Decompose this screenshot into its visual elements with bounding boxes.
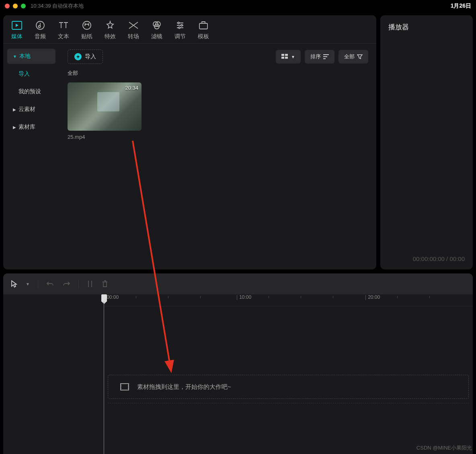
top-tabs: 媒体 音频 文本 贴纸 特效 转场 <box>3 15 376 43</box>
svg-point-4 <box>85 24 86 25</box>
svg-rect-17 <box>323 54 329 55</box>
chevron-down-icon: ▼ <box>13 54 17 59</box>
ruler-tick: 20:00 <box>365 294 380 300</box>
sidebar-label: 我的预设 <box>18 88 41 95</box>
playhead[interactable] <box>104 294 105 454</box>
svg-rect-18 <box>323 56 327 57</box>
view-mode-button[interactable]: ▼ <box>276 50 301 64</box>
tab-label: 贴纸 <box>81 33 92 40</box>
close-window-button[interactable] <box>5 4 10 8</box>
audio-icon <box>35 20 45 31</box>
minimize-window-button[interactable] <box>13 4 18 8</box>
svg-rect-13 <box>281 54 284 56</box>
plus-icon: + <box>74 53 82 60</box>
tab-transition[interactable]: 转场 <box>128 20 139 40</box>
redo-button[interactable] <box>62 281 70 287</box>
svg-rect-19 <box>323 58 326 59</box>
filter-label: 全部 <box>344 53 355 60</box>
film-icon <box>120 383 129 390</box>
media-filename: 25.mp4 <box>68 134 142 140</box>
tab-audio[interactable]: 音频 <box>35 20 46 40</box>
sticker-icon <box>82 20 92 31</box>
tab-label: 音频 <box>35 33 46 40</box>
ruler-tick: 10:00 <box>236 294 251 300</box>
split-button[interactable] <box>87 280 93 288</box>
sidebar-item-cloud[interactable]: ▶ 云素材 <box>7 102 55 117</box>
tab-template[interactable]: 模板 <box>198 20 209 40</box>
tab-media[interactable]: 媒体 <box>11 20 23 40</box>
svg-point-3 <box>83 21 91 29</box>
svg-point-2 <box>39 26 41 28</box>
filter-icon <box>152 20 162 31</box>
svg-point-11 <box>178 27 180 29</box>
tab-label: 媒体 <box>11 33 23 40</box>
title-date: 1月26日 <box>451 2 471 10</box>
media-icon <box>12 20 22 31</box>
title-bar: 10:34:39 自动保存本地 1月26日 <box>0 0 476 12</box>
media-duration: 20:34 <box>125 85 138 91</box>
cursor-tool-dropdown[interactable]: ▼ <box>26 282 30 286</box>
chevron-right-icon: ▶ <box>13 125 16 129</box>
player-panel: 播放器 00:00:00:00 / 00:00 <box>380 15 473 269</box>
undo-button[interactable] <box>46 281 54 287</box>
tab-label: 特效 <box>105 33 116 40</box>
svg-rect-12 <box>199 23 207 29</box>
tab-effect[interactable]: 特效 <box>105 20 116 40</box>
svg-point-9 <box>178 22 179 24</box>
cursor-tool[interactable] <box>10 280 18 288</box>
chevron-right-icon: ▶ <box>13 107 16 112</box>
sidebar-item-local[interactable]: ▼ 本地 <box>7 49 55 64</box>
tab-label: 模板 <box>198 33 209 40</box>
grid-icon <box>281 54 289 60</box>
player-timecode: 00:00:00:00 / 00:00 <box>413 255 465 262</box>
watermark: CSDN @MINE小果阳光 <box>416 444 472 452</box>
maximize-window-button[interactable] <box>21 4 26 8</box>
timeline-drop-zone[interactable]: 素材拖拽到这里，开始你的大作吧~ <box>108 375 469 399</box>
svg-point-10 <box>181 25 183 26</box>
svg-rect-14 <box>285 54 288 56</box>
tab-label: 文本 <box>58 33 69 40</box>
tab-adjust[interactable]: 调节 <box>174 20 186 40</box>
text-icon <box>58 20 69 31</box>
timeline-track-empty <box>108 403 469 423</box>
sort-label: 排序 <box>310 53 321 60</box>
tab-text[interactable]: 文本 <box>58 20 69 40</box>
tab-label: 滤镜 <box>151 33 162 40</box>
svg-rect-15 <box>281 57 284 59</box>
tab-label: 转场 <box>128 33 139 40</box>
media-thumbnail[interactable]: 20:34 <box>68 82 142 131</box>
sidebar-item-preset[interactable]: 我的预设 <box>7 84 55 99</box>
effect-icon <box>105 20 115 31</box>
timeline-ruler[interactable]: 00:00 10:00 20:00 <box>104 294 473 306</box>
media-item[interactable]: 20:34 25.mp4 <box>68 82 142 140</box>
delete-button[interactable] <box>101 280 109 288</box>
tab-label: 调节 <box>174 33 186 40</box>
timeline-toolbar: ▼ <box>3 273 473 294</box>
player-title: 播放器 <box>388 23 465 32</box>
media-panel: 媒体 音频 文本 贴纸 特效 转场 <box>3 15 376 269</box>
import-label: 导入 <box>85 53 96 60</box>
window-controls <box>5 4 26 8</box>
timeline-panel: ▼ 00:00 10:00 20:00 <box>3 273 473 454</box>
drop-hint-text: 素材拖拽到这里，开始你的大作吧~ <box>137 383 231 391</box>
adjust-icon <box>175 20 185 31</box>
svg-point-5 <box>88 24 89 25</box>
media-sidebar: ▼ 本地 导入 我的预设 ▶ 云素材 ▶ 素材库 <box>3 44 60 269</box>
funnel-icon <box>357 54 363 59</box>
playhead-handle[interactable] <box>101 294 107 302</box>
sidebar-label: 云素材 <box>18 106 35 113</box>
chevron-down-icon: ▼ <box>291 55 295 59</box>
sort-button[interactable]: 排序 <box>305 50 334 64</box>
autosave-status: 10:34:39 自动保存本地 <box>31 2 84 10</box>
sort-icon <box>323 54 329 59</box>
tab-filter[interactable]: 滤镜 <box>151 20 162 40</box>
template-icon <box>198 20 209 31</box>
sidebar-label: 本地 <box>19 53 31 60</box>
import-button[interactable]: + 导入 <box>68 49 103 64</box>
tab-sticker[interactable]: 贴纸 <box>81 20 92 40</box>
media-main: + 导入 ▼ 排序 全部 <box>60 44 376 269</box>
sidebar-item-import[interactable]: 导入 <box>7 66 55 82</box>
sidebar-item-library[interactable]: ▶ 素材库 <box>7 119 55 135</box>
transition-icon <box>128 20 139 31</box>
filter-all-button[interactable]: 全部 <box>339 50 368 64</box>
